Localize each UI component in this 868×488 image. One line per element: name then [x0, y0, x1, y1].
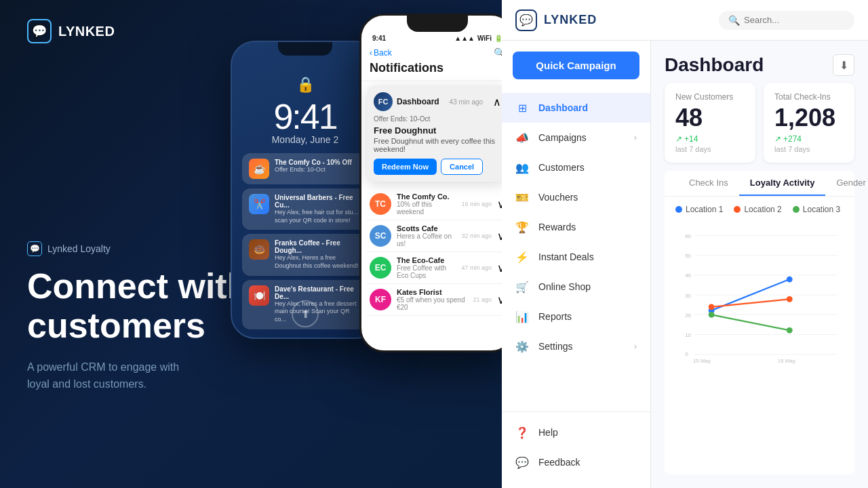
- page-title: Dashboard: [665, 54, 764, 76]
- notif-list-item-2[interactable]: SC Scotts Cafe Heres a Coffee on us! 32 …: [367, 220, 502, 252]
- trend-up-icon-2: ↗: [774, 134, 781, 144]
- brand-name: LYNKED: [58, 24, 115, 39]
- cancel-button-popup[interactable]: Cancel: [441, 159, 483, 175]
- sidebar-item-customers[interactable]: 👥 Customers: [502, 152, 650, 182]
- legend-label-1: Location 1: [686, 205, 723, 214]
- feedback-icon: 💬: [515, 455, 529, 469]
- notifications-screen-title: Notifications: [370, 61, 502, 75]
- notif-list-content-4: Kates Florist €5 off when you spend €20: [397, 288, 467, 311]
- rewards-icon: 🏆: [515, 220, 529, 234]
- sidebar-item-left-instant-deals: ⚡ Instant Deals: [515, 250, 594, 264]
- tab-gender[interactable]: Gender: [825, 171, 868, 196]
- notif-list-item-1[interactable]: TC The Comfy Co. 10% off this weekend 16…: [367, 188, 502, 220]
- left-marketing-section: 💬 LYNKED 💬 Lynked Loyalty Connect with c…: [0, 0, 502, 488]
- stat-card-new-customers: New Customers 48 ↗ +14 last 7 days: [665, 83, 755, 163]
- sidebar-item-dashboard[interactable]: ⊞ Dashboard: [502, 93, 650, 123]
- notification-list: TC The Comfy Co. 10% off this weekend 16…: [361, 186, 502, 319]
- sidebar-item-online-shop[interactable]: 🛒 Online Shop: [502, 272, 650, 302]
- notification-popup: FC Dashboard 43 min ago ∧ Offer Ends: 10…: [367, 85, 502, 182]
- app-ui-section: 💬 LYNKED 🔍 Quick Campaign ⊞ Dashboard: [502, 0, 868, 488]
- popup-header: FC Dashboard 43 min ago ∧: [374, 92, 501, 111]
- checkins-change: ↗ +274: [774, 134, 844, 144]
- sidebar-item-settings[interactable]: ⚙️ Settings ›: [502, 331, 650, 361]
- help-icon: ❓: [515, 426, 529, 439]
- tab-check-ins[interactable]: Check Ins: [678, 171, 739, 196]
- lock-notif-1: ☕ The Comfy Co - 10% Off Offer Ends: 10-…: [242, 153, 368, 184]
- notif-list-time-1: 16 min ago: [461, 201, 492, 207]
- popup-brand-name: Dashboard: [397, 97, 439, 106]
- notif-content-2: Universal Barbers - Free Cu... Hey Alex,…: [275, 194, 361, 224]
- x-label-15may: 15 May: [693, 358, 711, 364]
- back-button[interactable]: ‹ Back: [370, 48, 392, 58]
- search-button-phone[interactable]: 🔍: [494, 47, 502, 58]
- redeem-now-button[interactable]: Redeem Now: [374, 159, 437, 175]
- notif-icon-1: ☕: [249, 159, 269, 179]
- hero-subtitle: A powerful CRM to engage withloyal and l…: [27, 359, 248, 393]
- settings-icon: ⚙️: [515, 340, 529, 353]
- notif-list-time-4: 21 ago: [473, 296, 492, 303]
- search-input[interactable]: [744, 15, 845, 25]
- y-label-50: 50: [685, 253, 691, 259]
- sidebar-item-rewards[interactable]: 🏆 Rewards: [502, 212, 650, 242]
- sidebar-label-rewards: Rewards: [538, 222, 576, 232]
- legend-location3: Location 3: [793, 205, 840, 214]
- sidebar-label-feedback: Feedback: [538, 457, 580, 468]
- sidebar-item-campaigns[interactable]: 📣 Campaigns ›: [502, 123, 650, 152]
- lock-time: 9:41: [242, 99, 368, 134]
- export-button[interactable]: ⬇: [833, 54, 854, 76]
- notif-avatar-3: EC: [370, 257, 391, 279]
- dashboard-header: Dashboard ⬇: [651, 41, 868, 83]
- checkins-label: Total Check-Ins: [774, 92, 844, 102]
- notif-title-1: The Comfy Co - 10% Off: [275, 159, 361, 166]
- notif-list-item-4[interactable]: KF Kates Florist €5 off when you spend €…: [367, 284, 502, 316]
- legend-label-3: Location 3: [803, 205, 840, 214]
- sidebar-label-vouchers: Vouchers: [538, 192, 578, 203]
- sidebar-item-vouchers[interactable]: 🎫 Vouchers: [502, 182, 650, 212]
- wifi-icon: WiFi: [477, 35, 492, 42]
- sidebar-item-left-dashboard: ⊞ Dashboard: [515, 101, 588, 115]
- app-logo-icon: 💬: [515, 9, 537, 31]
- dot-loc2-end: [787, 296, 793, 302]
- app-body: Quick Campaign ⊞ Dashboard 📣 Campaigns ›: [502, 41, 868, 488]
- popup-actions: Redeem Now Cancel: [374, 159, 501, 175]
- search-icon: 🔍: [728, 15, 740, 26]
- instant-deals-icon: ⚡: [515, 250, 529, 264]
- legend-location1: Location 1: [675, 205, 723, 214]
- phone-notifications: 9:41 ▲▲▲ WiFi 🔋 ‹ Back 🔍 Notifications: [359, 14, 502, 352]
- x-label-16may: 16 May: [778, 358, 795, 364]
- search-bar[interactable]: 🔍: [719, 11, 854, 30]
- notif-list-time-2: 32 min ago: [461, 232, 492, 239]
- quick-campaign-button[interactable]: Quick Campaign: [513, 52, 639, 79]
- tab-loyalty-activity[interactable]: Loyalty Activity: [739, 171, 826, 196]
- notif-icon-2: ✂️: [249, 194, 269, 214]
- sidebar-item-instant-deals[interactable]: ⚡ Instant Deals: [502, 242, 650, 272]
- legend-dot-3: [793, 206, 800, 213]
- sidebar-bottom: ❓ Help 💬 Feedback: [502, 411, 650, 477]
- sidebar-item-reports[interactable]: 📊 Reports: [502, 302, 650, 331]
- tagline-text: Lynked Loyalty: [47, 243, 111, 254]
- notif-list-name-3: The Eco-Cafe: [397, 256, 456, 264]
- notif-content-1: The Comfy Co - 10% Off Offer Ends: 10-Oc…: [275, 159, 361, 174]
- notif-list-time-3: 47 min ago: [461, 264, 492, 271]
- online-shop-icon: 🛒: [515, 280, 529, 293]
- sidebar-item-left-online-shop: 🛒 Online Shop: [515, 280, 591, 293]
- sidebar-label-help: Help: [538, 427, 558, 438]
- line-chart-svg: 60 50 40 30 20 10 0: [675, 221, 844, 370]
- y-label-20: 20: [685, 312, 691, 319]
- battery-icon: 🔋: [494, 35, 502, 42]
- sidebar-item-feedback[interactable]: 💬 Feedback: [502, 447, 650, 477]
- notif-list-item-3[interactable]: EC The Eco-Cafe Free Coffee with Eco Cup…: [367, 252, 502, 284]
- notif-list-desc-1: 10% off this weekend: [397, 201, 456, 216]
- sidebar-label-settings: Settings: [538, 341, 573, 352]
- notif-expand-4: ∨: [497, 293, 502, 306]
- new-customers-value: 48: [675, 106, 745, 130]
- sidebar-item-left-vouchers: 🎫 Vouchers: [515, 190, 578, 204]
- notif-icon-3: 🍩: [249, 239, 269, 260]
- sidebar-item-left-feedback: 💬 Feedback: [515, 455, 580, 469]
- status-time: 9:41: [372, 35, 386, 42]
- lock-icon: 🔒: [242, 76, 368, 94]
- notif-expand-3: ∨: [497, 262, 502, 274]
- sidebar-label-dashboard: Dashboard: [538, 102, 588, 113]
- sidebar-item-help[interactable]: ❓ Help: [502, 418, 650, 447]
- notif-list-name-2: Scotts Cafe: [397, 224, 456, 232]
